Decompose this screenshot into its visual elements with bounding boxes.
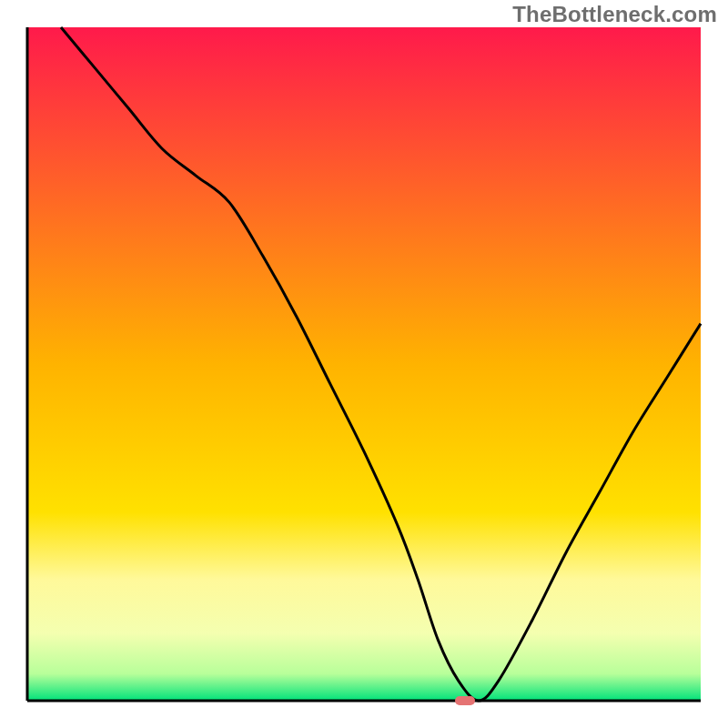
optimum-marker (455, 696, 475, 705)
bottleneck-chart (0, 0, 728, 728)
plot-background (27, 27, 701, 701)
chart-container: TheBottleneck.com (0, 0, 728, 728)
watermark-text: TheBottleneck.com (512, 2, 717, 27)
